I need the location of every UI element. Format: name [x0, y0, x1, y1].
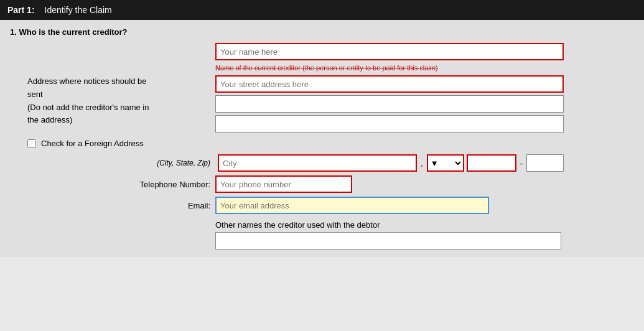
part-title: Identify the Claim: [45, 5, 112, 15]
telephone-row: Telephone Number:: [10, 175, 634, 193]
content-area: 1. Who is the current creditor? Name of …: [0, 20, 644, 257]
city-input[interactable]: [218, 154, 417, 172]
state-select[interactable]: ▼ AL AK AZ CA CO CT FL GA NY TX: [427, 154, 464, 172]
address-label-line4: the address): [27, 115, 72, 124]
creditor-name-row: Name of the current creditor (the person…: [10, 43, 634, 72]
address-section: Address where notices should be sent (Do…: [10, 75, 634, 133]
part-header: Part 1: Identify the Claim: [0, 0, 644, 20]
other-names-input[interactable]: [215, 232, 561, 249]
section-question: 1. Who is the current creditor?: [10, 27, 634, 37]
email-input[interactable]: [215, 197, 489, 214]
foreign-address-checkbox[interactable]: [27, 139, 36, 148]
zip-dash: -: [520, 159, 523, 168]
foreign-check-row: Check for a Foreign Address: [10, 139, 634, 148]
creditor-name-field-col: Name of the current creditor (the person…: [215, 43, 634, 72]
address-line3-input[interactable]: [215, 115, 564, 133]
address-fields: [215, 75, 634, 133]
zip-input[interactable]: [467, 154, 516, 172]
zip-ext-input[interactable]: [526, 154, 564, 172]
address-label: Address where notices should be sent (Do…: [10, 75, 215, 127]
comma-separator: ,: [421, 159, 423, 168]
address-line2-input[interactable]: [215, 95, 564, 113]
address-label-line1: Address where notices should be: [27, 77, 147, 86]
email-row: Email:: [10, 197, 634, 214]
creditor-name-hint: Name of the current creditor (the person…: [215, 64, 634, 72]
city-state-zip-row: (City, State, Zip) , ▼ AL AK AZ CA CO CT…: [10, 154, 634, 172]
part-label: Part 1:: [7, 5, 35, 15]
other-names-label: Other names the creditor used with the d…: [10, 220, 634, 230]
city-state-zip-label: (City, State, Zip): [10, 159, 215, 167]
address-label-line2: sent: [27, 90, 43, 99]
telephone-label: Telephone Number:: [10, 180, 215, 189]
email-label: Email:: [10, 201, 215, 210]
telephone-input[interactable]: [215, 175, 352, 193]
address-label-line3: (Do not add the creditor's name in: [27, 103, 149, 112]
foreign-address-label: Check for a Foreign Address: [41, 139, 144, 148]
street-address-input[interactable]: [215, 75, 564, 93]
creditor-name-input[interactable]: [215, 43, 564, 60]
page-container: Part 1: Identify the Claim 1. Who is the…: [0, 0, 644, 331]
other-names-section: Other names the creditor used with the d…: [10, 220, 634, 249]
